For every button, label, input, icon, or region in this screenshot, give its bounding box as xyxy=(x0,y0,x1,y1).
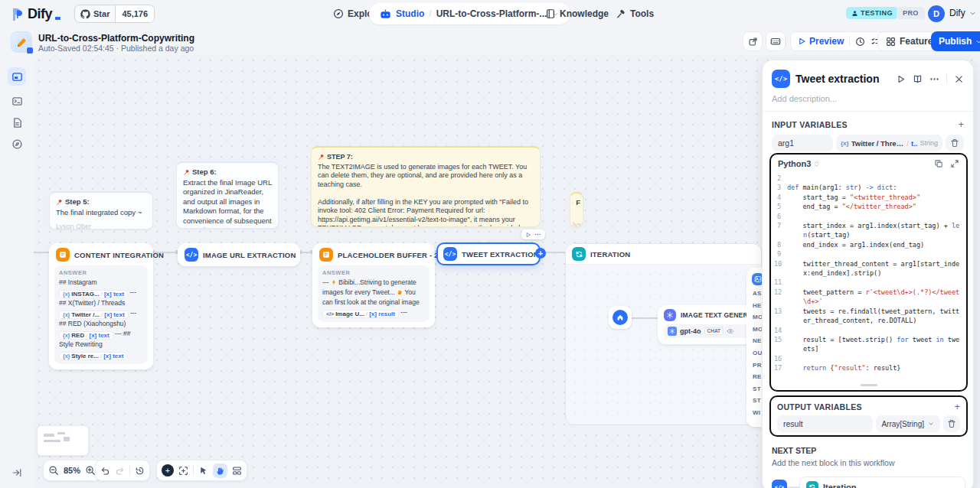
pointer-tool-icon[interactable] xyxy=(198,466,208,476)
explore-compass-icon xyxy=(333,8,344,19)
output-variable-type-select[interactable]: Array[String] xyxy=(876,415,940,432)
code-node-ref-icon: </> xyxy=(326,309,334,319)
note-step5[interactable]: Step 5: The final integrated copy ~ Lyso… xyxy=(49,191,153,229)
edge xyxy=(34,252,49,253)
code-line: 14 xyxy=(774,326,962,335)
output-variable-name[interactable]: result xyxy=(777,415,873,432)
studio-label[interactable]: Studio xyxy=(396,8,424,19)
play-icon[interactable] xyxy=(525,232,531,238)
breadcrumb-separator: / xyxy=(429,8,431,19)
avatar[interactable]: D xyxy=(928,5,945,22)
code-line: 4 start_tag = "<twitter_thread>" xyxy=(774,193,962,202)
iteration-node-icon xyxy=(572,247,586,261)
more-icon[interactable] xyxy=(534,231,541,238)
node-iteration[interactable]: ITERATION IMAGE TEXT GENERATION gpt-4o C… xyxy=(565,243,762,425)
llm-node-icon xyxy=(664,309,676,321)
dify-logo-icon xyxy=(11,7,24,22)
zoom-out-icon[interactable] xyxy=(48,465,59,476)
nav-knowledge[interactable]: Knowledge xyxy=(545,8,609,19)
studio-breadcrumb[interactable]: Studio / URL-to-Cross-Platform-... xyxy=(369,3,570,24)
organize-blocks-icon[interactable] xyxy=(232,466,242,476)
env-variables-button[interactable] xyxy=(766,31,786,51)
zoom-level[interactable]: 85% xyxy=(64,466,80,475)
expand-icon[interactable] xyxy=(950,159,959,168)
node-image-url-extraction[interactable]: </> IMAGE URL EXTRACTION xyxy=(178,243,300,266)
hand-icon xyxy=(573,200,573,206)
trash-icon xyxy=(950,138,959,148)
hand-tool-icon[interactable] xyxy=(213,464,227,478)
variable-icon: {x} xyxy=(63,310,70,320)
sidebar-collapse-button[interactable] xyxy=(8,464,26,482)
top-bar: Dify Star 45,176 Explore Studio / URL-to… xyxy=(0,0,980,28)
run-node-icon[interactable] xyxy=(896,74,906,84)
note-fragment[interactable]: F lys xyxy=(570,192,583,227)
code-line: 6 xyxy=(774,212,962,221)
docs-icon[interactable] xyxy=(913,74,923,84)
github-star-button[interactable]: Star 45,176 xyxy=(74,5,155,23)
code-line: 13 tweets = re.findall(tweet_pattern, tw… xyxy=(774,307,962,326)
zoom-in-icon[interactable] xyxy=(85,465,96,476)
next-step-node-iteration[interactable]: Iteration xyxy=(799,477,965,488)
panel-node-title[interactable]: Tweet extraction xyxy=(795,73,890,85)
add-input-variable-button[interactable]: + xyxy=(958,119,964,129)
account-menu[interactable]: Dify xyxy=(949,8,977,18)
close-icon[interactable] xyxy=(954,74,964,84)
sidebar-orchestrate-tab[interactable] xyxy=(8,67,26,86)
add-output-variable-button[interactable]: + xyxy=(954,402,960,412)
nav-tools[interactable]: Tools xyxy=(616,8,654,19)
node-tweet-extraction[interactable]: </> TWEET EXTRACTION xyxy=(436,242,541,265)
canvas-minimap[interactable] xyxy=(37,425,89,456)
code-line: 5 end_tag = "</twitter_thread>" xyxy=(774,202,962,211)
editor-tools: + xyxy=(156,460,247,481)
iteration-start-node[interactable] xyxy=(609,306,632,329)
code-editor[interactable]: Python3 23def main(arg1: str) -> dict:4 … xyxy=(769,153,968,392)
node-image-text-generation[interactable]: IMAGE TEXT GENERATION gpt-4o CHAT xyxy=(658,305,760,344)
dify-logo: Dify xyxy=(11,6,60,22)
code-line: 8 end_index = arg1.index(end_tag) xyxy=(774,240,962,249)
history-controls xyxy=(95,460,150,481)
run-history-icon[interactable] xyxy=(855,37,865,47)
add-block-button[interactable]: + xyxy=(162,464,174,477)
model-provider-icon xyxy=(668,327,677,336)
node-placeholder-buffer-2[interactable]: PLACEHOLDER BUFFER - 2 ANSWER --- Bibibi… xyxy=(312,243,435,327)
delete-output-variable-button[interactable] xyxy=(943,415,960,432)
breadcrumb-app-name[interactable]: URL-to-Cross-Platform-... xyxy=(436,8,547,19)
run-controls: Preview xyxy=(790,31,887,51)
divider xyxy=(763,111,973,112)
preview-button[interactable]: Preview xyxy=(797,36,844,47)
input-variable-selector[interactable]: {x} Twitter / Threads / t.. String xyxy=(836,135,942,151)
delete-input-variable-button[interactable] xyxy=(946,135,964,151)
more-icon[interactable] xyxy=(929,74,939,84)
add-next-node-handle[interactable]: + xyxy=(535,248,546,259)
description-placeholder[interactable]: Add description... xyxy=(763,88,973,111)
note-step6[interactable]: Step 6: Extract the final Image URL orga… xyxy=(176,161,279,229)
node-content-integration[interactable]: CONTENT INTEGRATION ANSWER ## Instagram … xyxy=(49,243,153,369)
model-selector[interactable]: gpt-4o CHAT xyxy=(664,324,754,338)
input-variable-name[interactable]: arg1 xyxy=(772,135,833,151)
code-language-selector[interactable]: Python3 xyxy=(778,159,934,168)
copy-icon[interactable] xyxy=(934,159,943,168)
note-step7[interactable]: STEP 7: The TEXT2IMAGE is used to genera… xyxy=(311,146,541,227)
app-title: URL-to-Cross-Platform-Copywriting xyxy=(38,33,194,44)
variable-chip: {x}Style re.../[x] text xyxy=(59,352,127,360)
next-step-section: NEXT STEP Add the next block in this wor… xyxy=(772,446,965,488)
sidebar-annotations-tab[interactable] xyxy=(8,135,26,153)
divider xyxy=(129,465,130,476)
sidebar-logs-tab[interactable] xyxy=(8,113,26,132)
code-line: 7 start_index = arg1.index(start_tag) + … xyxy=(774,221,962,240)
bolt-icon xyxy=(331,279,337,285)
tools-hammer-icon xyxy=(616,8,626,19)
change-history-icon[interactable] xyxy=(135,466,145,476)
publish-button[interactable]: Publish xyxy=(931,31,980,51)
undo-icon[interactable] xyxy=(100,466,110,476)
editor-resize-handle[interactable] xyxy=(861,384,877,386)
variable-chip: {x}RED/[x] text xyxy=(59,331,113,340)
sidebar-api-tab[interactable] xyxy=(8,92,26,110)
redo-icon[interactable] xyxy=(115,466,125,476)
add-note-icon[interactable] xyxy=(178,466,188,476)
code-content[interactable]: 23def main(arg1: str) -> dict:4 start_ta… xyxy=(771,171,966,378)
node-hover-controls[interactable] xyxy=(521,229,545,239)
answer-template-preview: --- Bibibi...Striving to generate images… xyxy=(322,278,425,318)
share-button[interactable] xyxy=(743,31,763,51)
next-step-label: NEXT STEP xyxy=(772,446,965,455)
